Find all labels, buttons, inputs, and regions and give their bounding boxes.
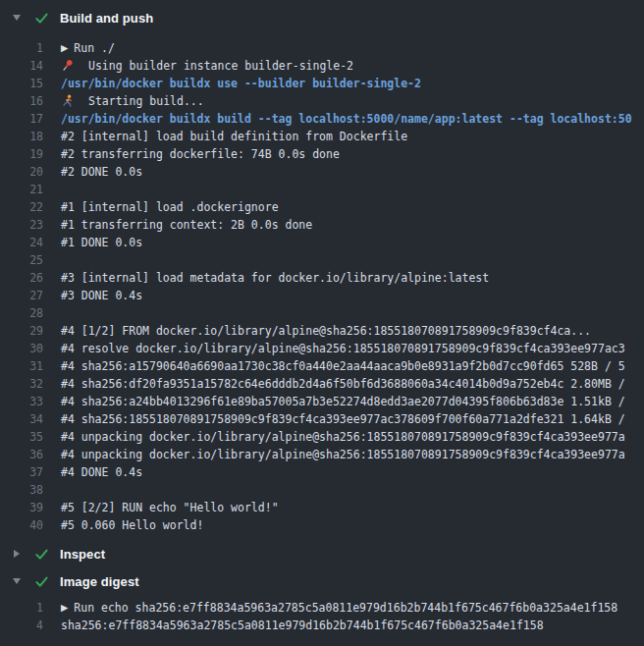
line-text: sha256:e7ff8834a5963a2785c5a0811e979d16b…	[61, 617, 544, 634]
log-line: 23 #1 transferring context: 2B 0.0s done	[0, 216, 644, 234]
line-number[interactable]: 27	[0, 287, 43, 304]
log-step: Image digest 1 ▶Run echo sha256:e7ff8834…	[0, 567, 644, 640]
line-content: #5 0.060 Hello world!	[43, 516, 203, 534]
play-icon[interactable]: ▶	[61, 39, 68, 57]
step-log-lines: 1 ▶Run echo sha256:e7ff8834a5963a2785c5a…	[0, 595, 644, 640]
line-content: #2 DONE 0.0s	[43, 163, 142, 181]
chevron-down-icon[interactable]	[13, 15, 21, 21]
step-title: Build and push	[60, 11, 153, 26]
log-line: 29 #4 [1/2] FROM docker.io/library/alpin…	[0, 322, 644, 340]
success-check-icon	[34, 547, 49, 562]
line-number[interactable]: 23	[0, 216, 43, 234]
log-line: 20 #2 DONE 0.0s	[0, 163, 644, 181]
line-number[interactable]: 35	[0, 428, 43, 446]
log-step: Build and push 1 ▶Run ./ 14 Using builde…	[0, 0, 644, 540]
line-content: #4 resolve docker.io/library/alpine@sha2…	[43, 340, 625, 357]
log-line: 1 ▶Run echo sha256:e7ff8834a5963a2785c5a…	[0, 599, 644, 617]
log-line: 32 #4 sha256:df20fa9351a15782c64e6dddb2d…	[0, 375, 644, 393]
log-line: 39 #5 [2/2] RUN echo "Hello world!"	[0, 499, 644, 516]
step-title: Inspect	[60, 547, 105, 562]
line-text: #2 transferring dockerfile: 74B 0.0s don…	[61, 145, 340, 163]
line-content: Starting build...	[43, 92, 204, 110]
log-line: 17 /usr/bin/docker buildx build --tag lo…	[0, 110, 644, 128]
line-text: Starting build...	[88, 92, 204, 110]
line-number[interactable]: 21	[0, 181, 43, 198]
line-text: #3 DONE 0.4s	[61, 287, 142, 304]
line-text: #4 sha256:a15790640a6690aa1730c38cf0a440…	[61, 357, 625, 375]
line-number[interactable]: 14	[0, 57, 43, 75]
line-number[interactable]: 32	[0, 375, 43, 393]
line-text: Run ./	[74, 39, 115, 57]
line-number[interactable]: 30	[0, 340, 43, 357]
line-text: #1 DONE 0.0s	[61, 234, 142, 251]
line-number[interactable]: 25	[0, 251, 43, 269]
line-number[interactable]: 15	[0, 75, 43, 92]
line-number[interactable]: 1	[0, 39, 43, 57]
log-line: 22 #1 [internal] load .dockerignore	[0, 198, 644, 216]
line-number[interactable]: 33	[0, 393, 43, 410]
log-line: 19 #2 transferring dockerfile: 74B 0.0s …	[0, 145, 644, 163]
line-number[interactable]: 18	[0, 128, 43, 145]
log-line: 4 sha256:e7ff8834a5963a2785c5a0811e979d1…	[0, 617, 644, 634]
line-text: #4 [1/2] FROM docker.io/library/alpine@s…	[61, 322, 591, 340]
line-number[interactable]: 26	[0, 269, 43, 287]
line-text: /usr/bin/docker buildx build --tag local…	[61, 110, 632, 128]
log-line: 33 #4 sha256:a24bb4013296f61e89ba57005a7…	[0, 393, 644, 410]
line-number[interactable]: 39	[0, 499, 43, 516]
line-text: /usr/bin/docker buildx use --builder bui…	[61, 75, 421, 92]
line-number[interactable]: 38	[0, 481, 43, 499]
line-content	[43, 304, 61, 322]
line-content: #4 sha256:a24bb4013296f61e89ba57005a7b3e…	[43, 393, 625, 410]
log-line: 34 #4 sha256:185518070891758909c9f839cf4…	[0, 410, 644, 428]
line-number[interactable]: 24	[0, 234, 43, 251]
line-text: #3 [internal] load metadata for docker.i…	[61, 269, 489, 287]
line-content: #4 [1/2] FROM docker.io/library/alpine@s…	[43, 322, 591, 340]
line-number[interactable]: 29	[0, 322, 43, 340]
line-text: #2 [internal] load build definition from…	[61, 128, 407, 145]
line-content: Using builder instance builder-single-2	[43, 57, 353, 75]
chevron-right-icon[interactable]	[14, 550, 20, 558]
line-number[interactable]: 28	[0, 304, 43, 322]
log-line: 36 #4 unpacking docker.io/library/alpine…	[0, 446, 644, 463]
line-text: Run echo sha256:e7ff8834a5963a2785c5a081…	[74, 599, 617, 617]
line-content: #4 sha256:185518070891758909c9f839cf4ca3…	[43, 410, 625, 428]
line-number[interactable]: 4	[0, 617, 43, 634]
line-number[interactable]: 31	[0, 357, 43, 375]
line-content: #1 transferring context: 2B 0.0s done	[43, 216, 312, 234]
line-text: #2 DONE 0.0s	[61, 163, 142, 181]
line-number[interactable]: 1	[0, 599, 43, 617]
play-icon[interactable]: ▶	[61, 599, 68, 617]
line-number[interactable]: 37	[0, 463, 43, 481]
runner-icon	[61, 94, 75, 108]
line-content: #4 sha256:df20fa9351a15782c64e6dddb2d4a6…	[43, 375, 625, 393]
line-number[interactable]: 20	[0, 163, 43, 181]
log-line: 30 #4 resolve docker.io/library/alpine@s…	[0, 340, 644, 357]
line-text: #4 DONE 0.4s	[61, 463, 142, 481]
log-sections: Build and push 1 ▶Run ./ 14 Using builde…	[0, 0, 644, 640]
success-check-icon	[34, 11, 49, 26]
line-number[interactable]: 22	[0, 198, 43, 216]
log-line: 16 Starting build...	[0, 92, 644, 110]
log-line: 26 #3 [internal] load metadata for docke…	[0, 269, 644, 287]
step-header[interactable]: Inspect	[0, 540, 644, 567]
log-line: 37 #4 DONE 0.4s	[0, 463, 644, 481]
step-header[interactable]: Image digest	[0, 567, 644, 595]
line-content	[43, 181, 61, 198]
line-number[interactable]: 16	[0, 92, 43, 110]
line-content: #4 sha256:a15790640a6690aa1730c38cf0a440…	[43, 357, 625, 375]
line-number[interactable]: 40	[0, 516, 43, 534]
line-content: ▶Run ./	[43, 39, 115, 57]
log-line: 14 Using builder instance builder-single…	[0, 57, 644, 75]
line-number[interactable]: 34	[0, 410, 43, 428]
line-content: #4 unpacking docker.io/library/alpine@sh…	[43, 428, 625, 446]
line-number[interactable]: 19	[0, 145, 43, 163]
line-text: #1 [internal] load .dockerignore	[61, 198, 279, 216]
line-number[interactable]: 36	[0, 446, 43, 463]
log-line: 24 #1 DONE 0.0s	[0, 234, 644, 251]
log-line: 27 #3 DONE 0.4s	[0, 287, 644, 304]
line-number[interactable]: 17	[0, 110, 43, 128]
line-content: #4 DONE 0.4s	[43, 463, 142, 481]
chevron-down-icon[interactable]	[13, 578, 21, 584]
step-header[interactable]: Build and push	[0, 0, 644, 35]
log-line: 35 #4 unpacking docker.io/library/alpine…	[0, 428, 644, 446]
